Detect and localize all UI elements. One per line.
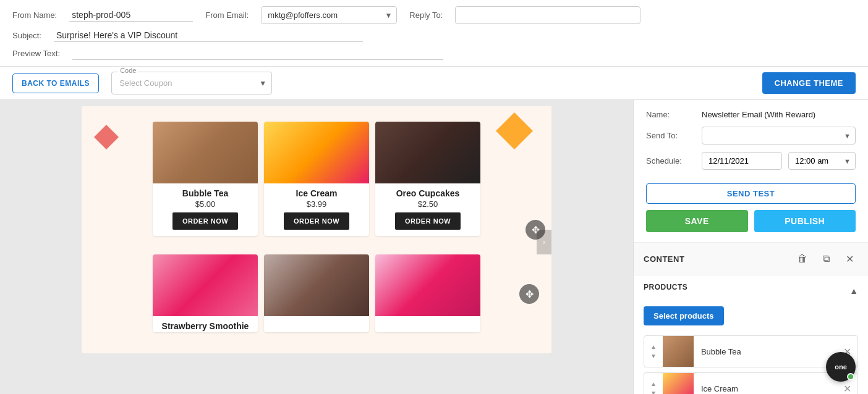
preview-text-input[interactable]: [72, 47, 443, 60]
header-row-3: Preview Text:: [12, 47, 856, 60]
main-area: Bubble Tea $5.00 ORDER NOW Ice Cream $3.…: [0, 100, 868, 394]
move-down-bubble-button[interactable]: ▼: [648, 352, 659, 360]
coupon-select[interactable]: Select Coupon: [112, 72, 271, 94]
bubble-tea-list-name: Bubble Tea: [694, 347, 837, 356]
products-grid-row2: Strawberry Smoothie: [82, 251, 551, 348]
one-badge[interactable]: one: [826, 352, 856, 382]
smoothie-name: Strawberry Smoothie: [153, 316, 258, 332]
drag-handle-icon-2[interactable]: ✥: [519, 284, 539, 304]
product-card-ice-cream: Ice Cream $3.99 ORDER NOW: [264, 122, 369, 236]
ice-cream-image: [264, 122, 369, 183]
oreo-image: [375, 122, 480, 183]
product-card-cake: [375, 254, 480, 332]
email-name-value: Newsletter Email (With Reward): [702, 110, 815, 119]
ice-cream-order-button[interactable]: ORDER NOW: [284, 212, 349, 230]
send-test-button[interactable]: SEND TEST: [646, 183, 856, 204]
save-button[interactable]: SAVE: [646, 210, 748, 232]
from-name-label: From Name:: [12, 10, 57, 20]
ice-cream-price: $3.99: [264, 199, 369, 212]
send-to-select[interactable]: [702, 127, 856, 145]
oreo-name: Oreo Cupcakes: [375, 183, 480, 199]
bubble-tea-order-button[interactable]: ORDER NOW: [172, 212, 238, 230]
back-to-emails-button[interactable]: BACK TO EMAILS: [12, 73, 99, 93]
name-field-label: Name:: [646, 110, 696, 119]
product-card-pancakes: [264, 254, 369, 332]
one-badge-status-dot: [847, 373, 854, 380]
products-grid-row1: Bubble Tea $5.00 ORDER NOW Ice Cream $3.…: [82, 106, 551, 251]
from-email-wrapper: mktg@pfoffers.com ▼: [261, 6, 397, 24]
ice-cream-list-name: Ice Cream: [694, 384, 837, 393]
coupon-wrapper: Code Select Coupon ▼: [111, 72, 272, 94]
one-badge-text: one: [835, 363, 847, 371]
schedule-time-select[interactable]: 12:00 am: [788, 152, 856, 170]
content-panel-title: CONTENT: [644, 254, 788, 264]
header-row-2: Subject:: [12, 29, 856, 42]
coupon-label: Code: [118, 67, 138, 74]
publish-button[interactable]: PUBLISH: [754, 210, 856, 232]
schedule-date-input[interactable]: [702, 152, 782, 170]
send-to-label: Send To:: [646, 131, 696, 140]
products-collapse-button[interactable]: ▲: [849, 286, 858, 296]
content-copy-button[interactable]: ⧉: [817, 250, 835, 267]
product-card-smoothie: Strawberry Smoothie: [153, 254, 258, 332]
oreo-price: $2.50: [375, 199, 480, 212]
move-up-bubble-button[interactable]: ▲: [648, 343, 659, 351]
move-up-ice-cream-button[interactable]: ▲: [648, 380, 659, 388]
pancakes-image: [264, 254, 369, 316]
cake-image: [375, 254, 480, 316]
subject-input[interactable]: [54, 29, 363, 42]
action-buttons: SAVE PUBLISH: [646, 210, 856, 232]
subject-label: Subject:: [12, 31, 41, 40]
email-body: Bubble Tea $5.00 ORDER NOW Ice Cream $3.…: [82, 106, 551, 353]
bubble-tea-price: $5.00: [153, 199, 258, 212]
schedule-time-wrapper: 12:00 am ▼: [788, 152, 856, 170]
preview-text-label: Preview Text:: [12, 49, 60, 58]
list-item: ▲ ▼ Ice Cream ✕: [644, 372, 858, 394]
from-email-select[interactable]: mktg@pfoffers.com: [261, 6, 397, 24]
bubble-tea-thumb: [663, 336, 694, 367]
bubble-tea-name: Bubble Tea: [153, 183, 258, 199]
schedule-label: Schedule:: [646, 156, 696, 166]
move-down-ice-cream-button[interactable]: ▼: [648, 389, 659, 394]
canvas-side-arrow[interactable]: ›: [537, 230, 551, 254]
header-row-1: From Name: From Email: mktg@pfoffers.com…: [12, 6, 856, 24]
toolbar: BACK TO EMAILS Code Select Coupon ▼ CHAN…: [0, 67, 868, 100]
reply-to-input[interactable]: [455, 6, 640, 24]
select-products-button[interactable]: Select products: [644, 306, 724, 325]
bubble-tea-image: [153, 122, 258, 183]
ice-cream-thumb: [663, 373, 694, 394]
send-to-field-row: Send To: ▼: [646, 127, 856, 145]
products-section-label: PRODUCTS: [644, 283, 687, 291]
product-item-controls-ice: ▲ ▼: [644, 377, 663, 394]
product-item-controls-bubble: ▲ ▼: [644, 340, 663, 363]
schedule-field-row: Schedule: 12:00 am ▼: [646, 152, 856, 170]
from-name-input[interactable]: [69, 9, 193, 22]
smoothie-image: [153, 254, 258, 316]
content-close-button[interactable]: ✕: [841, 250, 858, 267]
content-delete-button[interactable]: 🗑: [794, 250, 811, 267]
content-panel-header: CONTENT 🗑 ⧉ ✕: [634, 243, 868, 275]
reply-to-label: Reply To:: [409, 10, 443, 20]
name-field-row: Name: Newsletter Email (With Reward): [646, 110, 856, 119]
header-bar: From Name: From Email: mktg@pfoffers.com…: [0, 0, 868, 67]
email-canvas: Bubble Tea $5.00 ORDER NOW Ice Cream $3.…: [0, 100, 633, 394]
sidebar-top: Name: Newsletter Email (With Reward) Sen…: [634, 100, 868, 243]
ice-cream-name: Ice Cream: [264, 183, 369, 199]
product-card-bubble-tea: Bubble Tea $5.00 ORDER NOW: [153, 122, 258, 236]
from-email-label: From Email:: [205, 10, 249, 20]
change-theme-button[interactable]: CHANGE THEME: [762, 72, 856, 94]
product-card-oreo: Oreo Cupcakes $2.50 ORDER NOW: [375, 122, 480, 236]
oreo-order-button[interactable]: ORDER NOW: [395, 212, 461, 230]
send-to-wrapper: ▼: [702, 127, 856, 145]
right-sidebar: Name: Newsletter Email (With Reward) Sen…: [633, 100, 868, 394]
